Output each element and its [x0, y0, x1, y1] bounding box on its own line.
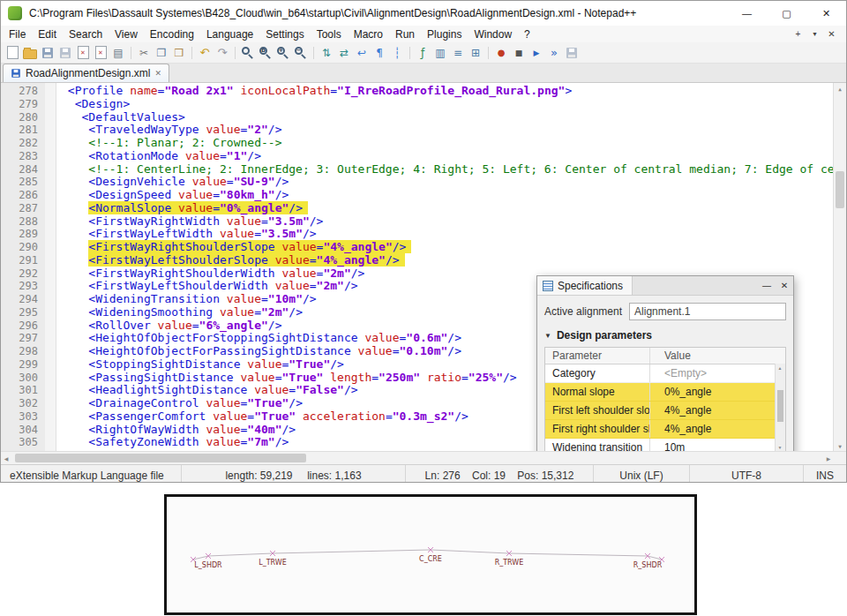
code-text: <DrainageControl value="True"/> — [56, 397, 303, 410]
menu-run[interactable]: Run — [389, 27, 421, 41]
section-design-parameters[interactable]: ▼ Design parameters — [537, 326, 793, 345]
menu-view[interactable]: View — [109, 27, 144, 41]
menu-tools[interactable]: Tools — [311, 27, 348, 41]
minimize-button[interactable]: — — [727, 1, 767, 26]
table-scroll-thumb[interactable] — [777, 390, 783, 422]
stop-recording-icon[interactable]: ■ — [511, 45, 527, 61]
code-line[interactable]: 284 <!--1: CenterLine; 2: InnerEdge; 3: … — [1, 163, 846, 177]
value-cell[interactable]: 4%_angle — [650, 402, 785, 419]
vertical-scrollbar[interactable]: ▲ ▼ — [833, 83, 846, 451]
show-all-characters-icon[interactable]: ¶ — [371, 45, 387, 61]
code-line[interactable]: 291 <FirstWayLeftShoulderSlope value="4%… — [1, 254, 846, 267]
text-editor[interactable]: 278 <Profile name="Road 2x1" iconLocalPa… — [1, 83, 846, 451]
titlebar[interactable]: C:\Program Files\Dassault Systemes\B428_… — [1, 1, 846, 26]
sync-horizontal-scroll-icon[interactable]: ⇄ — [336, 45, 352, 61]
menu-plugins[interactable]: Plugins — [421, 27, 468, 41]
redo-icon[interactable]: ↷ — [214, 45, 230, 61]
menu-macro[interactable]: Macro — [348, 27, 389, 41]
tab-list-dropdown-button[interactable]: ▼ — [807, 27, 822, 41]
panel-close-button[interactable]: ✕ — [776, 276, 793, 295]
value-cell[interactable]: 0%_angle — [650, 383, 785, 401]
code-line[interactable]: 287 <NormalSlope value="0%_angle"/> — [1, 202, 846, 215]
replace-icon[interactable]: b — [258, 45, 274, 61]
column-parameter[interactable]: Parameter — [545, 348, 650, 364]
find-icon[interactable] — [240, 45, 256, 61]
status-insert-mode[interactable]: INS — [804, 465, 846, 483]
scroll-down-arrow[interactable]: ▼ — [834, 440, 846, 451]
close-file-icon[interactable]: ✕ — [75, 45, 91, 61]
code-line[interactable]: 278 <Profile name="Road 2x1" iconLocalPa… — [1, 85, 846, 98]
maximize-button[interactable]: ▢ — [767, 1, 806, 26]
value-cell[interactable]: <Empty> — [650, 364, 785, 382]
save-all-icon[interactable] — [57, 45, 73, 61]
menu-encoding[interactable]: Encoding — [144, 27, 200, 41]
menu-settings[interactable]: Settings — [259, 27, 310, 41]
new-tab-button[interactable]: + — [791, 27, 806, 41]
document-list-icon[interactable]: ≡ — [450, 45, 466, 61]
vertical-scroll-thumb[interactable] — [836, 171, 844, 208]
print-icon[interactable]: ▤ — [110, 45, 126, 61]
specifications-titlebar[interactable]: Specifications — ✕ — [537, 276, 793, 296]
code-line[interactable]: 282 <!--1: Planar; 2: Crowned--> — [1, 137, 846, 150]
horizontal-scroll-thumb[interactable] — [15, 454, 306, 462]
cut-icon[interactable]: ✂ — [136, 45, 152, 61]
column-value[interactable]: Value — [650, 348, 785, 364]
indent-guide-icon[interactable]: ┆ — [389, 45, 405, 61]
scroll-right-arrow[interactable]: ▶ — [823, 452, 834, 464]
zoom-in-icon[interactable]: + — [275, 45, 291, 61]
code-line[interactable]: 290 <FirstWayRightShoulderSlope value="4… — [1, 241, 846, 254]
folder-as-workspace-icon[interactable]: ⊞ — [468, 45, 483, 61]
open-file-icon[interactable] — [22, 45, 38, 61]
paste-icon[interactable]: ❒ — [171, 45, 187, 61]
code-line[interactable]: 285 <DesignVehicle value="SU-9"/> — [1, 176, 846, 189]
close-document-button[interactable]: ✕ — [824, 27, 839, 41]
table-row[interactable]: Widening transition10m — [545, 439, 785, 451]
new-file-icon[interactable] — [4, 45, 20, 61]
value-cell[interactable]: 4%_angle — [650, 420, 785, 438]
status-eol-format[interactable]: Unix (LF) — [594, 465, 690, 483]
table-row[interactable]: First left shoulder slope4%_angle — [545, 402, 785, 420]
scroll-left-arrow[interactable]: ◀ — [1, 452, 11, 464]
menu-help[interactable]: ? — [518, 27, 536, 41]
value-cell[interactable]: 10m — [650, 439, 785, 451]
menu-edit[interactable]: Edit — [32, 27, 63, 41]
code-line[interactable]: 283 <RotationMode value="1"/> — [1, 150, 846, 163]
table-scroll-up-arrow[interactable]: ▲ — [776, 364, 784, 372]
code-line[interactable]: 288 <FirstWayRightWidth value="3.5m"/> — [1, 215, 846, 229]
close-all-files-icon[interactable]: ✕ — [93, 45, 109, 61]
tab-roadalignmentdesign-xml[interactable]: RoadAlignmentDesign.xml ✕ — [3, 64, 169, 82]
menu-language[interactable]: Language — [200, 27, 259, 41]
status-encoding[interactable]: UTF-8 — [690, 465, 804, 483]
panel-minimize-button[interactable]: — — [758, 276, 776, 295]
code-line[interactable]: 279 <Design> — [1, 98, 846, 111]
save-icon[interactable] — [40, 45, 56, 61]
code-line[interactable]: 289 <FirstWayLeftWidth value="3.5m"/> — [1, 228, 846, 241]
menu-window[interactable]: Window — [468, 27, 518, 41]
playback-macro-icon[interactable]: ▶ — [528, 45, 544, 61]
save-macro-icon[interactable] — [564, 45, 580, 61]
code-line[interactable]: 280 <DefaultValues> — [1, 111, 846, 124]
horizontal-scrollbar[interactable]: ◀ ▶ — [1, 451, 846, 464]
table-scrollbar[interactable]: ▲ ▼ — [775, 364, 785, 451]
active-alignment-input[interactable]: Alignment.1 — [629, 303, 786, 320]
close-button[interactable]: ✕ — [806, 1, 846, 26]
copy-icon[interactable]: ❐ — [154, 45, 169, 61]
menu-file[interactable]: File — [3, 27, 32, 41]
table-scroll-down-arrow[interactable]: ▼ — [776, 443, 784, 451]
menu-search[interactable]: Search — [63, 27, 109, 41]
undo-icon[interactable]: ↶ — [197, 45, 213, 61]
function-list-icon[interactable]: ƒ — [415, 45, 431, 61]
document-map-icon[interactable]: ▥ — [432, 45, 448, 61]
code-line[interactable]: 286 <DesignSpeed value="80km_h"/> — [1, 189, 846, 202]
code-line[interactable]: 281 <TraveledWayType value="2"/> — [1, 124, 846, 137]
tab-close-icon[interactable]: ✕ — [154, 69, 161, 78]
zoom-out-icon[interactable]: − — [293, 45, 309, 61]
word-wrap-icon[interactable]: ↩ — [354, 45, 370, 61]
table-row[interactable]: First right shoulder slope4%_angle — [545, 420, 785, 439]
table-row[interactable]: Category<Empty> — [545, 364, 785, 383]
scroll-up-arrow[interactable]: ▲ — [834, 83, 846, 94]
run-macro-multiple-icon[interactable]: » — [546, 45, 562, 61]
sync-vertical-scroll-icon[interactable]: ⇅ — [319, 45, 334, 61]
table-row[interactable]: Normal slope0%_angle — [545, 383, 785, 402]
record-macro-icon[interactable]: ● — [493, 45, 509, 61]
